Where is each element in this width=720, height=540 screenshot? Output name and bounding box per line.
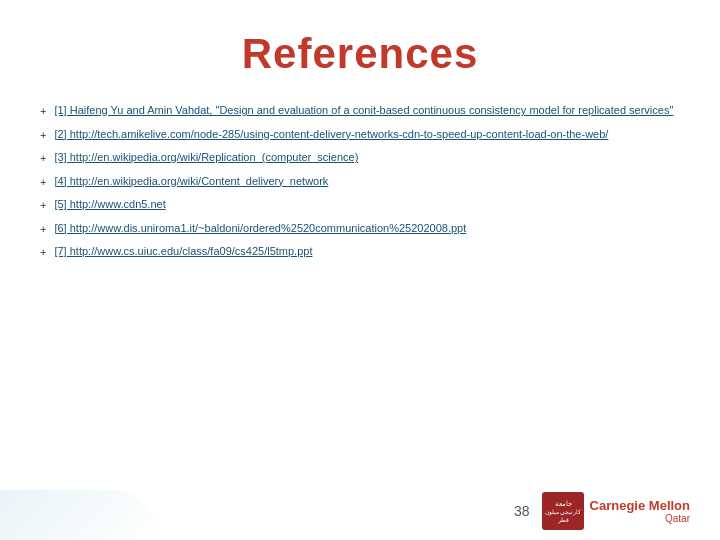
ref-text: [4] http://en.wikipedia.org/wiki/Content… xyxy=(54,173,328,190)
ref-text: [6] http://www.dis.uniroma1.it/~baldoni/… xyxy=(54,220,466,237)
svg-text:جامعة: جامعة xyxy=(554,500,571,507)
cmu-emblem-icon: جامعة كارنيجي ميلون قطر xyxy=(542,492,584,530)
reference-item: +[3] http://en.wikipedia.org/wiki/Replic… xyxy=(40,149,680,167)
logo-area: جامعة كارنيجي ميلون قطر Carnegie Mellon … xyxy=(542,492,690,530)
reference-item: +[6] http://www.dis.uniroma1.it/~baldoni… xyxy=(40,220,680,238)
ref-bullet: + xyxy=(40,127,46,144)
reference-item: +[5] http://www.cdn5.net xyxy=(40,196,680,214)
ref-bullet: + xyxy=(40,221,46,238)
cmu-logo-text: Carnegie Mellon Qatar xyxy=(590,498,690,524)
svg-text:قطر: قطر xyxy=(556,517,568,524)
reference-item: +[1] Haifeng Yu and Amin Vahdat, "Design… xyxy=(40,102,680,120)
page-number: 38 xyxy=(514,503,530,519)
ref-text: [5] http://www.cdn5.net xyxy=(54,196,165,213)
reference-item: +[7] http://www.cs.uiuc.edu/class/fa09/c… xyxy=(40,243,680,261)
slide-title: References xyxy=(40,30,680,78)
ref-bullet: + xyxy=(40,150,46,167)
ref-bullet: + xyxy=(40,103,46,120)
ref-bullet: + xyxy=(40,197,46,214)
references-list: +[1] Haifeng Yu and Amin Vahdat, "Design… xyxy=(40,102,680,261)
ref-text: [2] http://tech.amikelive.com/node-285/u… xyxy=(54,126,608,143)
footer: 38 جامعة كارنيجي ميلون قطر Carnegie Mell… xyxy=(0,492,720,530)
reference-item: +[2] http://tech.amikelive.com/node-285/… xyxy=(40,126,680,144)
ref-bullet: + xyxy=(40,174,46,191)
ref-text: [1] Haifeng Yu and Amin Vahdat, "Design … xyxy=(54,102,673,119)
svg-text:كارنيجي ميلون: كارنيجي ميلون xyxy=(544,509,581,516)
cmu-location: Qatar xyxy=(665,513,690,524)
reference-item: +[4] http://en.wikipedia.org/wiki/Conten… xyxy=(40,173,680,191)
ref-bullet: + xyxy=(40,244,46,261)
slide: References +[1] Haifeng Yu and Amin Vahd… xyxy=(0,0,720,540)
cmu-name: Carnegie Mellon xyxy=(590,498,690,513)
ref-text: [7] http://www.cs.uiuc.edu/class/fa09/cs… xyxy=(54,243,312,260)
ref-text: [3] http://en.wikipedia.org/wiki/Replica… xyxy=(54,149,358,166)
